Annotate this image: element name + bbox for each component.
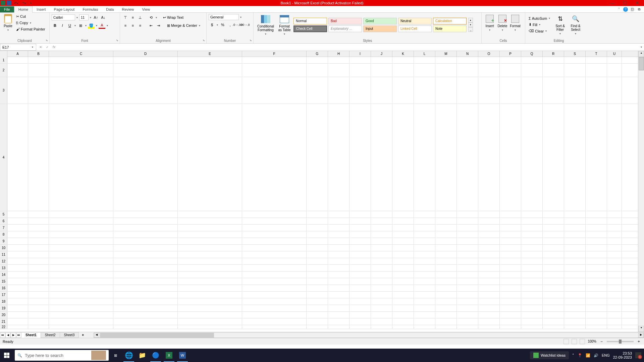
cell[interactable]: [49, 218, 113, 225]
cell[interactable]: [543, 305, 564, 312]
number-launcher[interactable]: ⬊: [250, 39, 252, 42]
cell[interactable]: [543, 285, 564, 292]
cell[interactable]: [500, 64, 521, 77]
cell[interactable]: [457, 325, 478, 329]
cell[interactable]: [457, 218, 478, 225]
align-right-button[interactable]: ≡: [137, 22, 144, 29]
cell[interactable]: [586, 272, 607, 278]
cell[interactable]: [7, 211, 28, 218]
ribbon-options-icon[interactable]: ⊡: [630, 7, 635, 12]
cell[interactable]: [307, 57, 328, 64]
cell[interactable]: [307, 251, 328, 258]
notification-button[interactable]: 1: [635, 352, 641, 358]
cell[interactable]: [543, 225, 564, 231]
cell[interactable]: [7, 245, 28, 251]
align-top-button[interactable]: ⊤: [122, 14, 129, 21]
cell[interactable]: [350, 218, 371, 225]
cell[interactable]: [28, 272, 49, 278]
underline-button[interactable]: U: [66, 22, 73, 29]
cell[interactable]: [435, 77, 457, 104]
cell[interactable]: [500, 57, 521, 64]
row-header[interactable]: 22: [0, 325, 7, 329]
cell[interactable]: [242, 292, 307, 298]
cell[interactable]: [242, 318, 307, 325]
cell[interactable]: [392, 225, 414, 231]
cell[interactable]: [7, 305, 28, 312]
cell[interactable]: [242, 218, 307, 225]
cell[interactable]: [543, 211, 564, 218]
cell[interactable]: [371, 218, 392, 225]
cell[interactable]: [113, 245, 178, 251]
cell[interactable]: [7, 285, 28, 292]
cell[interactable]: [543, 64, 564, 77]
cell[interactable]: [457, 318, 478, 325]
sheet-nav-next[interactable]: ▶: [11, 333, 16, 338]
cell[interactable]: [350, 231, 371, 238]
cell[interactable]: [49, 278, 113, 285]
cell[interactable]: [457, 258, 478, 265]
scroll-right-button[interactable]: ▶: [638, 333, 644, 338]
formula-input[interactable]: [58, 44, 639, 50]
cell[interactable]: [113, 57, 178, 64]
column-header[interactable]: F: [242, 51, 307, 57]
cell[interactable]: [607, 272, 622, 278]
cell[interactable]: [49, 312, 113, 318]
cell[interactable]: [178, 272, 242, 278]
name-box[interactable]: E17 ▾: [0, 44, 36, 51]
cell[interactable]: [521, 298, 543, 305]
cell[interactable]: [371, 64, 392, 77]
fill-button[interactable]: ⬇Fill▾: [527, 22, 552, 28]
styles-more[interactable]: ⎯: [468, 27, 473, 32]
cell[interactable]: [435, 258, 457, 265]
cell[interactable]: [607, 325, 622, 329]
cell[interactable]: [350, 104, 371, 211]
cell[interactable]: [478, 258, 500, 265]
enter-formula-icon[interactable]: ✓: [44, 44, 50, 50]
cell[interactable]: [28, 292, 49, 298]
cell[interactable]: [543, 258, 564, 265]
row-header[interactable]: 3: [0, 77, 7, 104]
alignment-launcher[interactable]: ⬊: [203, 39, 205, 42]
cell[interactable]: [328, 305, 350, 312]
cell[interactable]: [478, 211, 500, 218]
cell[interactable]: [564, 292, 586, 298]
cell[interactable]: [307, 211, 328, 218]
column-header[interactable]: C: [49, 51, 113, 57]
sheet-tab-3[interactable]: Sheet3: [60, 332, 79, 338]
cell[interactable]: [586, 77, 607, 104]
cell[interactable]: [435, 104, 457, 211]
cell[interactable]: [543, 312, 564, 318]
cell[interactable]: [178, 231, 242, 238]
cell[interactable]: [457, 77, 478, 104]
watchlist-button[interactable]: Watchlist ideas: [530, 351, 569, 359]
cell[interactable]: [521, 77, 543, 104]
cell[interactable]: [435, 292, 457, 298]
cell[interactable]: [392, 218, 414, 225]
cell[interactable]: [478, 64, 500, 77]
cell[interactable]: [392, 312, 414, 318]
cell[interactable]: [328, 231, 350, 238]
cell[interactable]: [500, 298, 521, 305]
cell[interactable]: [350, 64, 371, 77]
tab-home[interactable]: Home: [14, 6, 33, 13]
cell[interactable]: [457, 64, 478, 77]
cell[interactable]: [478, 231, 500, 238]
row-header[interactable]: 18: [0, 298, 7, 305]
cell[interactable]: [607, 251, 622, 258]
cell[interactable]: [414, 325, 435, 329]
cell[interactable]: [328, 77, 350, 104]
cell[interactable]: [586, 245, 607, 251]
cell[interactable]: [392, 64, 414, 77]
cell[interactable]: [113, 218, 178, 225]
font-color-button[interactable]: A: [99, 22, 105, 29]
horizontal-scrollbar[interactable]: ◀ ▶: [94, 333, 644, 338]
cell[interactable]: [371, 251, 392, 258]
cancel-formula-icon[interactable]: ✕: [38, 44, 44, 50]
cell[interactable]: [392, 305, 414, 312]
cell[interactable]: [586, 318, 607, 325]
cell[interactable]: [392, 285, 414, 292]
cell[interactable]: [328, 225, 350, 231]
cell[interactable]: [457, 285, 478, 292]
cell[interactable]: [607, 278, 622, 285]
cell[interactable]: [457, 298, 478, 305]
